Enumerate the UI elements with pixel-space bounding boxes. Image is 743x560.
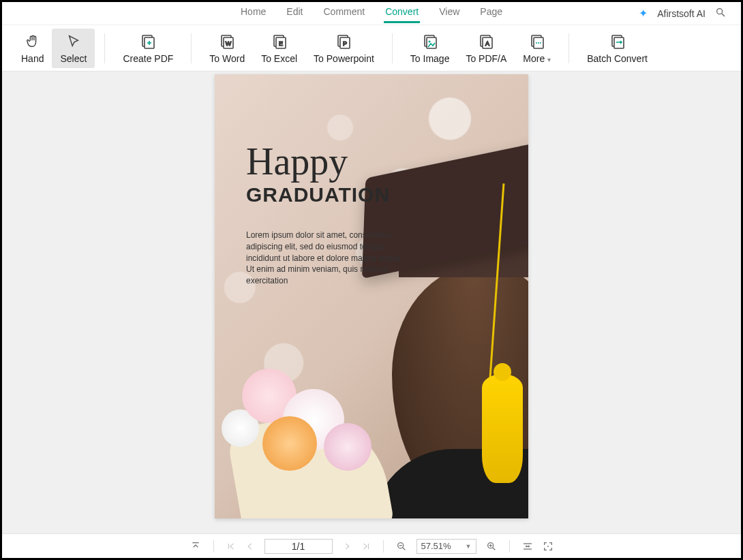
batch-convert-button[interactable]: Batch Convert [579,29,656,68]
svg-point-40 [547,546,549,547]
svg-line-1 [722,14,725,16]
pdfa-icon: A [478,33,494,50]
powerpoint-icon: P [335,33,352,50]
hand-icon [25,33,40,50]
prev-page-button[interactable] [245,542,255,551]
ai-label[interactable]: Afirstsoft AI [657,8,706,19]
to-pdfa-label: To PDF/A [466,53,506,64]
page-number-input[interactable] [264,539,333,554]
hand-tool-label: Hand [21,53,44,64]
svg-point-24 [538,42,539,44]
zoom-out-button[interactable] [396,541,407,552]
chevron-down-icon: ▼ [466,543,472,550]
menu-bar: Home Edit Comment Convert View Page ✦ Af… [2,2,741,25]
image-icon [422,33,438,50]
hand-tool-button[interactable]: Hand [13,29,52,68]
toolbar-separator [191,33,192,63]
ai-sparkle-icon: ✦ [639,7,648,20]
chevron-down-icon: ▾ [547,56,551,63]
excel-icon: E [271,33,288,50]
svg-line-37 [493,548,495,550]
to-word-button[interactable]: W To Word [201,29,253,68]
svg-line-33 [403,548,405,550]
to-powerpoint-button[interactable]: P To Powerpoint [305,29,382,68]
first-page-button[interactable] [226,542,236,551]
document-text-block: Happy GRADUATION Lorem ipsum dolor sit a… [246,142,457,287]
svg-point-17 [428,40,430,42]
to-excel-button[interactable]: E To Excel [253,29,305,68]
menu-item-convert[interactable]: Convert [384,3,420,23]
select-tool-label: Select [60,53,87,64]
create-pdf-label: Create PDF [123,53,173,64]
to-word-label: To Word [209,53,245,64]
svg-text:W: W [226,40,232,47]
menu-item-view[interactable]: View [438,3,461,23]
svg-text:P: P [343,40,347,47]
fit-page-icon[interactable] [543,541,554,552]
scroll-top-icon[interactable] [190,541,201,552]
zoom-level-value: 57.51% [421,541,451,551]
to-pdfa-button[interactable]: A To PDF/A [457,29,515,68]
svg-point-23 [536,42,537,44]
toolbar-separator [392,33,393,63]
svg-point-0 [717,9,723,14]
cursor-icon [66,33,81,50]
menu-item-comment[interactable]: Comment [322,3,366,23]
to-image-label: To Image [410,53,450,64]
to-powerpoint-label: To Powerpoint [314,53,374,64]
svg-rect-27 [614,37,624,48]
more-label: More▾ [523,53,551,64]
fit-width-icon[interactable] [522,541,533,552]
last-page-button[interactable] [361,542,371,551]
menu-item-page[interactable]: Page [479,3,504,23]
search-icon[interactable] [715,7,726,20]
svg-point-25 [540,42,541,44]
to-image-button[interactable]: To Image [402,29,458,68]
select-tool-button[interactable]: Select [52,29,95,68]
document-body-text: Lorem ipsum dolor sit amet, consectetur … [246,230,403,287]
document-workspace[interactable]: Happy GRADUATION Lorem ipsum dolor sit a… [2,72,741,533]
create-pdf-icon [140,33,156,50]
convert-toolbar: Hand Select Create PDF W To Word E To Ex… [2,25,741,72]
document-title-script: Happy [246,142,457,181]
document-title-block: GRADUATION [246,183,457,206]
pdf-page[interactable]: Happy GRADUATION Lorem ipsum dolor sit a… [215,74,528,518]
zoom-level-dropdown[interactable]: 57.51% ▼ [416,539,476,554]
bouquet-illustration [222,362,399,518]
status-bar: 57.51% ▼ [2,533,741,558]
batch-convert-icon [609,33,626,50]
to-excel-label: To Excel [261,53,297,64]
create-pdf-button[interactable]: Create PDF [115,29,181,68]
more-button[interactable]: More▾ [515,29,559,68]
batch-convert-label: Batch Convert [587,53,648,64]
svg-text:A: A [485,40,489,47]
next-page-button[interactable] [342,542,352,551]
menu-item-home[interactable]: Home [239,3,267,23]
zoom-in-button[interactable] [486,541,497,552]
svg-text:E: E [279,40,283,47]
more-icon [529,33,545,50]
word-icon: W [219,33,235,50]
menu-item-edit[interactable]: Edit [285,3,304,23]
toolbar-separator [104,33,105,63]
toolbar-separator [568,33,569,63]
